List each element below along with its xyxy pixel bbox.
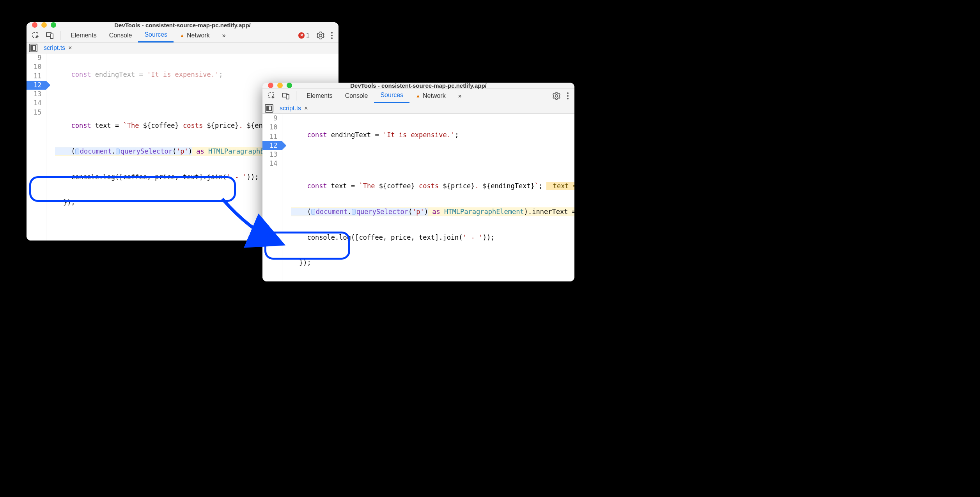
file-tab-label: script.ts [280, 105, 301, 112]
code-editor[interactable]: 9 10 11 12 13 14 const endingText = 'It … [262, 114, 574, 281]
file-tab-bar: script.ts × [262, 103, 574, 114]
tab-elements[interactable]: Elements [300, 88, 339, 103]
tab-console[interactable]: Console [103, 28, 138, 42]
line-number: 11 [262, 132, 282, 141]
line-number: 13 [262, 150, 282, 159]
navigator-toggle-icon[interactable] [265, 104, 273, 113]
minimize-window-button[interactable] [41, 22, 47, 28]
inspect-element-icon[interactable] [266, 90, 278, 102]
file-tab-label: script.ts [44, 44, 65, 51]
titlebar[interactable]: DevTools - consistent-source-map-pc.netl… [27, 22, 338, 28]
line-gutter[interactable]: 9 10 11 12 13 14 15 [27, 53, 46, 241]
svg-point-4 [331, 35, 333, 36]
svg-rect-7 [31, 46, 33, 50]
close-window-button[interactable] [32, 22, 37, 28]
line-number: 9 [27, 53, 46, 62]
tab-sources[interactable]: Sources [138, 28, 174, 42]
traffic-lights [32, 22, 56, 28]
tab-more[interactable]: » [452, 88, 468, 103]
line-number: 11 [27, 72, 46, 81]
svg-rect-23 [267, 106, 269, 111]
main-toolbar: Elements Console Sources Network » ✕ 1 [27, 28, 338, 43]
tab-console[interactable]: Console [339, 88, 374, 103]
navigator-toggle-icon[interactable] [29, 44, 37, 52]
line-number: 10 [262, 123, 282, 132]
line-number: 14 [27, 99, 46, 108]
code-line: }); [291, 258, 574, 267]
line-number: 13 [27, 90, 46, 99]
devtools-window-2: DevTools - consistent-source-map-pc.netl… [262, 83, 574, 281]
object-link-icon[interactable] [311, 209, 315, 215]
inspect-element-icon[interactable] [30, 29, 42, 42]
svg-point-21 [567, 98, 569, 99]
code-line-current: (document.querySelector('p') as HTMLPara… [291, 207, 574, 216]
line-number: 9 [262, 114, 282, 123]
inline-value-hint: text = [546, 182, 574, 190]
zoom-window-button[interactable] [287, 83, 292, 88]
tab-more[interactable]: » [216, 28, 232, 42]
code-line [291, 156, 574, 165]
settings-gear-icon[interactable] [550, 90, 563, 102]
breakpoint-line-number[interactable]: 12 [27, 81, 46, 90]
separator [296, 91, 296, 101]
object-link-icon[interactable] [116, 149, 120, 154]
main-toolbar: Elements Console Sources Network » [262, 88, 574, 103]
zoom-window-button[interactable] [51, 22, 56, 28]
code-line: const endingText = 'It is expensive.'; [55, 70, 338, 79]
code-line: console.log([coffee, price, text].join('… [291, 233, 574, 242]
minimize-window-button[interactable] [277, 83, 283, 88]
kebab-menu-icon[interactable] [564, 90, 571, 102]
code-area[interactable]: const endingText = 'It is expensive.'; c… [282, 114, 574, 281]
settings-gear-icon[interactable] [314, 29, 327, 42]
close-icon[interactable]: × [68, 44, 72, 51]
separator [60, 31, 60, 40]
object-link-icon[interactable] [75, 149, 79, 154]
close-window-button[interactable] [268, 83, 273, 88]
close-icon[interactable]: × [304, 105, 308, 112]
kebab-menu-icon[interactable] [328, 29, 335, 42]
tab-network[interactable]: Network [409, 88, 452, 103]
window-title: DevTools - consistent-source-map-pc.netl… [27, 22, 338, 28]
file-tab-bar: script.ts × [27, 43, 338, 53]
svg-point-3 [331, 32, 333, 34]
code-line: const endingText = 'It is expensive.'; [291, 131, 574, 140]
traffic-lights [268, 83, 292, 88]
breakpoint-line-number[interactable]: 12 [262, 141, 282, 150]
panel-tabs: Elements Console Sources Network » [64, 28, 232, 42]
window-title: DevTools - consistent-source-map-pc.netl… [262, 83, 574, 89]
titlebar[interactable]: DevTools - consistent-source-map-pc.netl… [262, 83, 574, 88]
device-toolbar-icon[interactable] [280, 90, 292, 102]
svg-rect-2 [50, 34, 53, 39]
svg-rect-18 [286, 94, 289, 99]
error-icon: ✕ [298, 32, 305, 39]
file-tab-script[interactable]: script.ts × [276, 103, 311, 113]
tab-elements[interactable]: Elements [64, 28, 103, 42]
svg-point-20 [567, 95, 569, 97]
code-line: const text = `The ${coffee} costs ${pric… [291, 182, 574, 191]
file-tab-script[interactable]: script.ts × [41, 43, 75, 53]
panel-tabs: Elements Console Sources Network » [300, 88, 468, 103]
svg-point-19 [567, 92, 569, 94]
annotation-arrow [218, 183, 289, 249]
tab-network[interactable]: Network [174, 28, 216, 42]
object-link-icon[interactable] [352, 209, 356, 215]
device-toolbar-icon[interactable] [44, 29, 56, 42]
tab-sources[interactable]: Sources [374, 88, 409, 103]
error-count: 1 [306, 32, 310, 39]
line-number: 15 [27, 108, 46, 117]
line-number: 10 [27, 62, 46, 71]
line-number: 14 [262, 159, 282, 168]
svg-point-5 [331, 37, 333, 39]
error-counter[interactable]: ✕ 1 [295, 32, 313, 39]
